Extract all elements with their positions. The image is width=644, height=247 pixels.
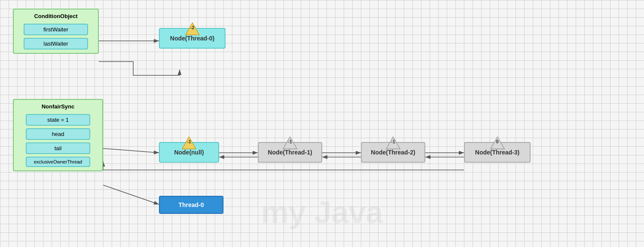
node-null: Node(null) -1 (159, 142, 219, 163)
badge-null: -1 (181, 136, 197, 150)
nonfair-sync-box: NonfairSync state = 1 head tail exclusiv… (13, 99, 103, 171)
exclusive-owner-thread-field: exclusiveOwnerThread (26, 157, 90, 167)
node-thread0-top: Node(Thread-0) -2 (159, 28, 226, 49)
svg-line-3 (103, 148, 159, 153)
watermark: my Java (261, 195, 383, 230)
node-thread3: Node(Thread-3) 0 (464, 142, 531, 163)
svg-line-4 (103, 185, 159, 204)
badge-thread1: -1 (282, 136, 298, 150)
last-waiter-field: lastWaiter (24, 38, 88, 49)
state-field: state = 1 (26, 114, 90, 126)
condition-object-title: ConditionObject (34, 13, 77, 19)
badge-thread3: 0 (490, 136, 505, 150)
badge-thread0-top: -2 (185, 22, 200, 36)
badge-thread2: -1 (385, 136, 401, 150)
nonfair-sync-title: NonfairSync (42, 103, 75, 110)
diagram-canvas: ConditionObject firstWaiter lastWaiter N… (0, 0, 644, 247)
node-thread2: Node(Thread-2) -1 (361, 142, 425, 163)
node-thread1: Node(Thread-1) -1 (258, 142, 322, 163)
tail-field: tail (26, 142, 90, 154)
head-field: head (26, 128, 90, 140)
node-thread0-bottom: Thread-0 (159, 196, 223, 214)
first-waiter-field: firstWaiter (24, 24, 88, 35)
condition-object-box: ConditionObject firstWaiter lastWaiter (13, 9, 99, 54)
